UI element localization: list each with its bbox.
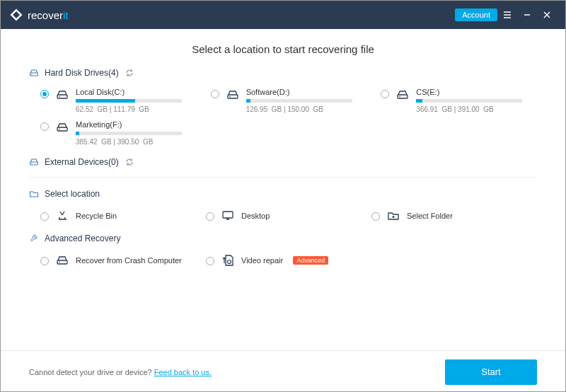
drive-size: 385.42 GB | 390.50 GB — [76, 138, 182, 146]
option-label: Desktop — [241, 212, 270, 220]
badge: Advanced — [293, 256, 328, 265]
radio[interactable] — [381, 90, 389, 98]
radio[interactable] — [40, 257, 49, 265]
recycle-icon — [56, 209, 69, 222]
wrench-icon — [29, 234, 39, 243]
drive-label: CS(E:) — [416, 88, 522, 96]
drive-icon — [29, 157, 39, 167]
drive-icon — [56, 88, 69, 101]
drive-icon — [56, 121, 69, 134]
radio[interactable] — [206, 212, 214, 221]
radio[interactable] — [371, 212, 380, 221]
desktop-icon — [221, 209, 234, 222]
drive-option[interactable]: CS(E:) 366.91 GB | 391.00 GB — [381, 88, 537, 113]
drive-option[interactable]: Local Disk(C:) 62.52 GB | 111.79 GB — [40, 88, 197, 113]
drive-size: 366.91 GB | 391.00 GB — [416, 105, 522, 113]
footer: Cannot detect your drive or device? Feed… — [1, 350, 565, 392]
section-label: Select location — [45, 189, 100, 199]
option-label: Select Folder — [407, 212, 453, 220]
section-external-devices: External Devices(0) — [29, 157, 537, 167]
folder-icon — [29, 189, 39, 199]
section-advanced-recovery: Advanced Recovery — [29, 234, 537, 243]
radio[interactable] — [211, 90, 219, 98]
folder-icon — [387, 209, 400, 222]
usage-bar — [246, 99, 352, 103]
section-select-location: Select location — [29, 189, 537, 199]
feedback-link[interactable]: Feed back to us. — [154, 368, 212, 376]
logo-icon — [9, 8, 23, 22]
drives-grid: Local Disk(C:) 62.52 GB | 111.79 GB Soft… — [29, 88, 537, 146]
drive-option[interactable]: Marketing(F:) 385.42 GB | 390.50 GB — [40, 120, 197, 146]
account-button[interactable]: Account — [455, 8, 497, 21]
drive-label: Marketing(F:) — [76, 120, 182, 129]
advanced-option-crash[interactable]: Recover from Crash Computer — [40, 253, 206, 267]
page-title: Select a location to start recovering fi… — [29, 43, 537, 55]
divider — [29, 177, 537, 178]
drive-size: 126.95 GB | 150.00 GB — [246, 105, 352, 113]
location-option-desktop[interactable]: Desktop — [206, 209, 371, 222]
drive-label: Software(D:) — [246, 88, 352, 96]
option-label: Recover from Crash Computer — [76, 256, 182, 265]
drive-icon — [226, 88, 239, 101]
usage-bar — [416, 99, 522, 103]
drive-icon — [396, 88, 409, 101]
section-label: Advanced Recovery — [45, 234, 120, 243]
locations-row: Recycle Bin Desktop Select Folder — [29, 209, 537, 222]
refresh-icon[interactable] — [125, 68, 134, 78]
section-hard-disk-drives: Hard Disk Drives(4) — [29, 68, 537, 78]
drive-icon — [29, 68, 39, 78]
refresh-icon[interactable] — [125, 157, 134, 167]
crash-icon — [56, 254, 69, 267]
app-logo: recoverit — [9, 8, 69, 22]
advanced-option-video[interactable]: Video repairAdvanced — [206, 253, 371, 267]
drive-label: Local Disk(C:) — [76, 88, 182, 96]
titlebar: recoverit Account — [1, 1, 565, 29]
advanced-row: Recover from Crash Computer Video repair… — [29, 253, 537, 267]
menu-icon[interactable] — [497, 5, 517, 25]
start-button[interactable]: Start — [445, 359, 537, 385]
main-content: Select a location to start recovering fi… — [1, 29, 565, 350]
drive-size: 62.52 GB | 111.79 GB — [76, 105, 182, 113]
option-label: Recycle Bin — [76, 212, 117, 220]
radio[interactable] — [40, 212, 49, 221]
minimize-icon[interactable] — [517, 5, 537, 25]
usage-bar — [76, 99, 182, 103]
footer-text: Cannot detect your drive or device? Feed… — [29, 368, 212, 376]
section-label: Hard Disk Drives(4) — [45, 68, 119, 78]
drive-option[interactable]: Software(D:) 126.95 GB | 150.00 GB — [211, 88, 367, 113]
section-label: External Devices(0) — [45, 157, 119, 167]
close-icon[interactable] — [537, 5, 557, 25]
usage-bar — [76, 132, 182, 135]
location-option-folder[interactable]: Select Folder — [371, 209, 537, 222]
radio[interactable] — [40, 122, 49, 131]
option-label: Video repair — [241, 256, 283, 265]
radio[interactable] — [40, 90, 49, 98]
radio[interactable] — [206, 257, 214, 265]
video-icon — [221, 254, 234, 267]
location-option-recycle[interactable]: Recycle Bin — [40, 209, 206, 222]
logo-text: recoverit — [28, 9, 69, 21]
